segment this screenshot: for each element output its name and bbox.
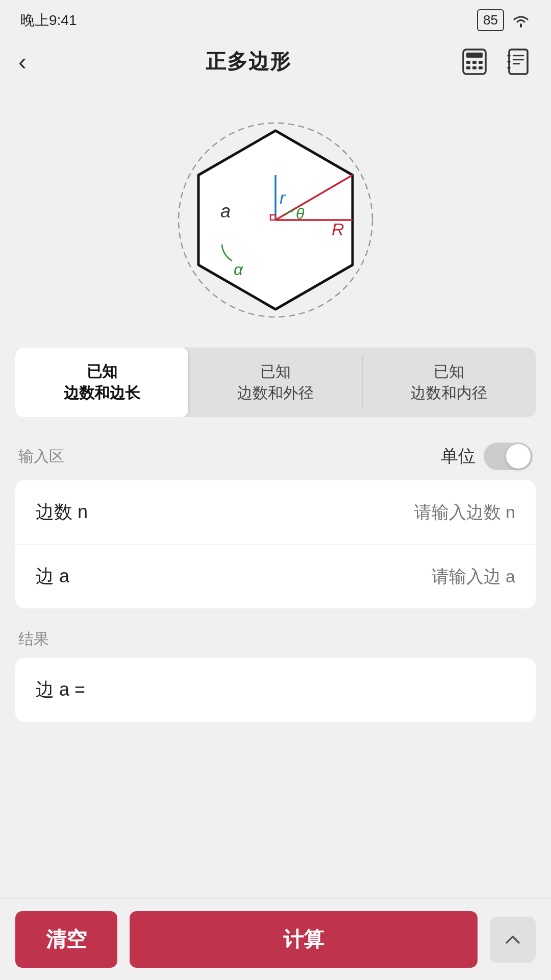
input-area-label: 输入区	[18, 446, 64, 467]
tab-section: 已知 边数和边长 已知 边数和外径 已知 边数和内径	[0, 348, 551, 427]
svg-rect-7	[479, 66, 483, 69]
tabs-container: 已知 边数和边长 已知 边数和外径 已知 边数和内径	[15, 348, 536, 417]
svg-rect-6	[472, 66, 477, 69]
toggle-knob	[506, 444, 531, 469]
page-title: 正多边形	[37, 47, 460, 76]
svg-rect-3	[472, 61, 477, 64]
svg-rect-5	[466, 66, 470, 69]
bottom-bar: 清空 计算	[0, 898, 551, 980]
input-row-sides: 边数 n	[15, 480, 536, 545]
svg-text:a: a	[220, 201, 231, 222]
input-card: 边数 n 边 a	[15, 480, 536, 608]
diagram-area: a r R θ α	[0, 87, 551, 348]
svg-text:θ: θ	[296, 205, 305, 222]
scroll-up-button[interactable]	[490, 917, 536, 963]
back-button[interactable]: ‹	[18, 50, 37, 74]
polygon-diagram: a r R θ α	[143, 108, 408, 332]
side-a-label: 边 a	[36, 564, 148, 589]
battery-box: 85	[477, 9, 504, 31]
clear-button[interactable]: 清空	[15, 911, 117, 968]
tab-side-count-inner[interactable]: 已知 边数和内径	[363, 348, 536, 417]
svg-rect-8	[509, 50, 528, 74]
unit-row: 单位	[441, 443, 533, 470]
calculate-button[interactable]: 计算	[130, 911, 478, 968]
tab-side-count-outer[interactable]: 已知 边数和外径	[189, 348, 362, 417]
svg-text:r: r	[280, 188, 286, 207]
status-icons: 85	[477, 9, 531, 31]
svg-rect-1	[466, 53, 483, 58]
result-row-a: 边 a =	[36, 677, 515, 702]
chevron-up-icon	[504, 930, 522, 949]
unit-label: 单位	[441, 445, 475, 468]
nav-icons-group	[460, 47, 533, 76]
sides-label: 边数 n	[36, 500, 148, 525]
calculator-icon[interactable]	[460, 47, 489, 76]
time-label: 晚上9:41	[20, 11, 77, 30]
svg-rect-4	[479, 61, 483, 64]
wifi-icon	[511, 13, 531, 28]
svg-text:α: α	[234, 260, 243, 279]
tab-side-count-length[interactable]: 已知 边数和边长	[15, 348, 188, 417]
status-bar: 晚上9:41 85	[0, 0, 551, 36]
side-a-input[interactable]	[148, 567, 515, 586]
result-section-label: 结果	[18, 630, 49, 647]
sides-input[interactable]	[148, 502, 515, 522]
svg-rect-2	[466, 61, 470, 64]
top-nav: ‹ 正多边形	[0, 36, 551, 87]
notebook-icon[interactable]	[504, 47, 533, 76]
result-a-label: 边 a =	[36, 677, 85, 702]
unit-toggle[interactable]	[484, 443, 533, 470]
svg-text:R: R	[332, 219, 344, 239]
input-row-side-a: 边 a	[15, 545, 536, 608]
result-card: 边 a =	[15, 658, 536, 722]
input-section-header: 输入区 单位	[0, 427, 551, 480]
result-header: 结果	[0, 619, 551, 658]
